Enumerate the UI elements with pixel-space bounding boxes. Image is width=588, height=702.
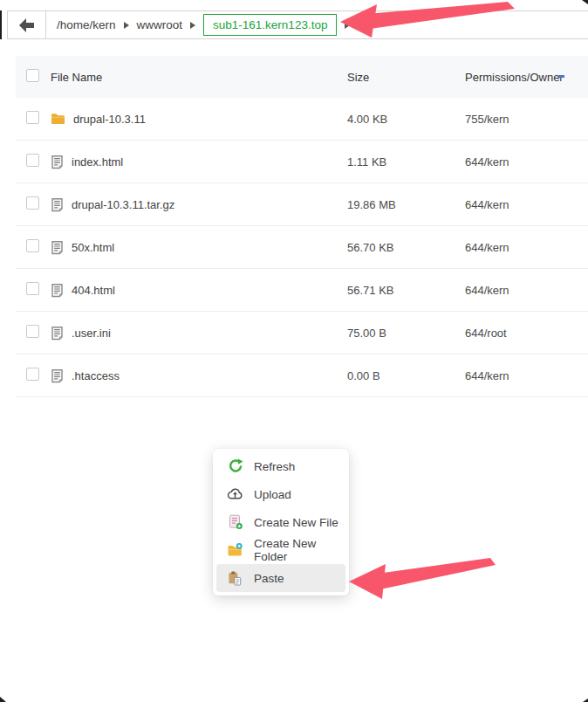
menu-item-label: Upload [254, 488, 291, 501]
file-table: File Name Size Permissions/Owner drupal-… [16, 56, 588, 397]
header-cropped-icon [558, 75, 564, 78]
back-button[interactable] [8, 11, 46, 38]
paste-icon [227, 570, 243, 587]
annotation-arrow-paste [347, 554, 500, 604]
select-all-checkbox[interactable] [26, 69, 39, 82]
breadcrumb-current-site[interactable]: sub1-161.kern123.top [203, 14, 337, 36]
file-permissions: 644/kern [465, 155, 588, 169]
file-permissions: 644/kern [465, 241, 588, 254]
back-arrow-icon [19, 18, 34, 32]
file-permissions: 644/root [465, 327, 588, 340]
menu-item-create-new-folder[interactable]: Create New Folder [216, 536, 345, 564]
file-permissions: 644/kern [465, 198, 588, 211]
menu-item-label: Create New File [254, 516, 338, 529]
chevron-right-icon [124, 22, 129, 29]
file-size: 0.00 B [347, 369, 465, 382]
row-checkbox[interactable] [26, 368, 39, 381]
file-size: 56.71 KB [347, 284, 465, 297]
screen-corner-artifact [583, 699, 588, 702]
file-name[interactable]: .user.ini [72, 327, 111, 340]
menu-item-create-new-file[interactable]: Create New File [216, 508, 345, 536]
path-bar: /home/kern wwwroot sub1-161.kern123.top [7, 10, 588, 39]
file-permissions: 644/kern [465, 369, 588, 382]
table-row[interactable]: .htaccess 0.00 B 644/kern [16, 354, 588, 397]
column-permissions-owner[interactable]: Permissions/Owner [465, 71, 588, 84]
file-name[interactable]: drupal-10.3.11 [73, 113, 146, 126]
menu-item-label: Create New Folder [254, 537, 345, 563]
file-name[interactable]: 404.html [72, 284, 115, 297]
file-icon [51, 368, 64, 383]
file-size: 19.86 MB [347, 198, 465, 211]
row-checkbox[interactable] [26, 196, 39, 210]
menu-item-label: Refresh [254, 460, 295, 473]
create-file-icon [227, 514, 243, 531]
file-permissions: 755/kern [465, 113, 588, 126]
context-menu: Refresh Upload Create New File Create Ne… [213, 449, 349, 595]
create-folder-icon [227, 542, 243, 559]
row-checkbox[interactable] [26, 325, 39, 338]
breadcrumb-wwwroot[interactable]: wwwroot [137, 18, 183, 31]
screen-corner-artifact [0, 697, 6, 702]
menu-item-label: Paste [254, 572, 284, 585]
file-size: 1.11 KB [347, 155, 465, 169]
breadcrumb-home-kern[interactable]: /home/kern [57, 18, 116, 31]
row-checkbox[interactable] [26, 282, 39, 295]
column-file-name[interactable]: File Name [51, 71, 347, 84]
file-permissions: 644/kern [465, 284, 588, 297]
table-body: drupal-10.3.11 4.00 KB 755/kern index.ht… [16, 98, 588, 397]
table-header: File Name Size Permissions/Owner [16, 56, 588, 98]
file-icon [51, 155, 64, 169]
screen-corner-artifact [582, 0, 588, 4]
file-name[interactable]: index.html [72, 155, 123, 169]
menu-item-paste[interactable]: Paste [216, 564, 345, 592]
table-row[interactable]: .user.ini 75.00 B 644/root [16, 312, 588, 354]
row-checkbox[interactable] [26, 154, 39, 167]
file-size: 56.70 KB [347, 241, 465, 254]
breadcrumb: /home/kern wwwroot sub1-161.kern123.top [46, 14, 350, 36]
screen-edge-artifact [0, 10, 2, 39]
table-row[interactable]: drupal-10.3.11 4.00 KB 755/kern [16, 98, 588, 141]
file-icon [51, 326, 64, 341]
file-icon [51, 197, 64, 212]
upload-icon [227, 486, 243, 503]
file-icon [51, 240, 64, 255]
table-row[interactable]: drupal-10.3.11.tar.gz 19.86 MB 644/kern [16, 183, 588, 226]
refresh-icon [227, 458, 243, 475]
table-row[interactable]: 50x.html 56.70 KB 644/kern [16, 226, 588, 269]
file-name[interactable]: .htaccess [72, 369, 120, 382]
row-checkbox[interactable] [26, 239, 39, 252]
file-icon [51, 283, 64, 298]
table-row[interactable]: 404.html 56.71 KB 644/kern [16, 269, 588, 312]
table-row[interactable]: index.html 1.11 KB 644/kern [16, 141, 588, 183]
chevron-right-icon [345, 22, 350, 29]
folder-icon [51, 112, 65, 126]
file-size: 4.00 KB [347, 113, 465, 126]
menu-item-upload[interactable]: Upload [216, 480, 345, 508]
row-checkbox[interactable] [26, 111, 39, 124]
file-name[interactable]: drupal-10.3.11.tar.gz [72, 198, 174, 211]
column-size[interactable]: Size [347, 71, 465, 84]
menu-item-refresh[interactable]: Refresh [216, 452, 345, 480]
file-name[interactable]: 50x.html [72, 241, 114, 254]
chevron-right-icon [190, 22, 195, 29]
file-size: 75.00 B [347, 327, 465, 340]
